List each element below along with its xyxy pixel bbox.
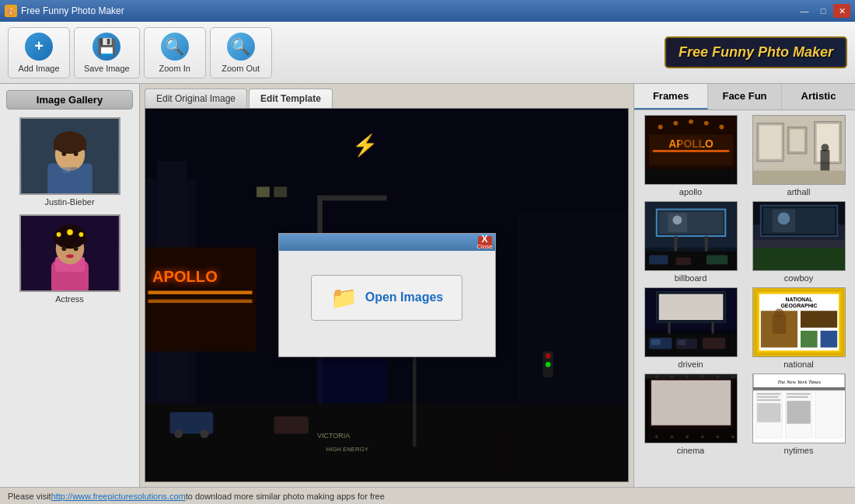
- title-bar: 🎨 Free Funny Photo Maker — □ ✕: [0, 0, 855, 22]
- svg-point-16: [79, 232, 83, 237]
- frame-item-apollo[interactable]: APOLLO apollo: [639, 115, 742, 196]
- svg-rect-90: [753, 248, 845, 271]
- status-text-after: to download more similar photo making ap…: [186, 492, 385, 501]
- frame-thumb-nytimes: The New York Times: [752, 374, 846, 443]
- svg-point-77: [672, 215, 682, 224]
- canvas-area: APOLLO HAL KING APOLLO: [145, 108, 629, 482]
- dialog-content: 📁 Open Images: [279, 251, 495, 344]
- svg-rect-125: [645, 429, 737, 443]
- zoom-in-icon: 🔍: [161, 33, 189, 61]
- svg-point-58: [703, 121, 708, 126]
- main-layout: Image Gallery: [0, 84, 855, 487]
- frame-item-arthall[interactable]: arthall: [747, 115, 850, 196]
- frame-item-billboard[interactable]: billboard: [639, 201, 742, 283]
- svg-rect-7: [62, 167, 70, 173]
- svg-text:NATIONAL: NATIONAL: [785, 297, 812, 302]
- title-bar-buttons: — □ ✕: [796, 4, 850, 18]
- status-link[interactable]: http://www.freepicturesolutions.com: [51, 492, 186, 501]
- frame-item-nytimes[interactable]: The New York Times: [747, 374, 850, 455]
- frame-label-nytimes: nytimes: [784, 446, 814, 455]
- close-button[interactable]: ✕: [833, 4, 850, 18]
- svg-point-124: [731, 375, 735, 378]
- svg-rect-78: [674, 236, 677, 252]
- zoom-out-button[interactable]: 🔍 Zoom Out: [210, 27, 272, 78]
- frame-thumb-drivein: [644, 287, 738, 357]
- svg-point-122: [700, 375, 703, 378]
- app-logo: Free Funny Phto Maker: [665, 36, 847, 68]
- svg-point-126: [654, 435, 658, 438]
- frames-grid: APOLLO apollo: [634, 110, 855, 487]
- svg-rect-101: [702, 338, 725, 349]
- tabs-bar: Edit Original Image Edit Template: [140, 84, 633, 108]
- svg-point-18: [73, 246, 78, 251]
- frame-thumb-billboard: [644, 201, 738, 271]
- svg-rect-136: [753, 389, 845, 390]
- add-image-label: Add Image: [18, 64, 59, 73]
- gallery-label-actress: Actress: [6, 294, 133, 304]
- zoom-in-button[interactable]: 🔍 Zoom In: [144, 27, 206, 78]
- minimize-button[interactable]: —: [796, 4, 813, 18]
- dialog-close-button[interactable]: X Close: [478, 236, 492, 249]
- frame-item-cowboy[interactable]: cowboy: [747, 201, 850, 283]
- svg-rect-96: [668, 322, 670, 334]
- frame-label-apollo: apollo: [679, 187, 702, 196]
- frame-item-national[interactable]: NATIONAL GEOGRAPHIC national: [747, 287, 850, 369]
- tab-frames[interactable]: Frames: [634, 84, 708, 109]
- tab-face-fun[interactable]: Face Fun: [708, 84, 782, 109]
- svg-rect-143: [787, 393, 810, 395]
- frame-item-cinema[interactable]: cinema: [639, 374, 742, 455]
- open-images-button[interactable]: 📁 Open Images: [311, 275, 462, 321]
- svg-point-6: [73, 151, 78, 156]
- center-panel: Edit Original Image Edit Template APOLLO: [140, 84, 633, 487]
- svg-point-17: [61, 246, 66, 251]
- frame-thumb-apollo: APOLLO: [644, 115, 738, 185]
- svg-point-59: [719, 125, 724, 130]
- svg-point-119: [654, 375, 658, 378]
- zoom-in-label: Zoom In: [159, 64, 190, 73]
- save-image-button[interactable]: 💾 Save Image: [74, 27, 140, 78]
- dialog-overlay: X Close 📁 Open Images: [145, 109, 628, 481]
- svg-point-55: [658, 125, 662, 130]
- toolbar: + Add Image 💾 Save Image 🔍 Zoom In 🔍 Zoo…: [0, 22, 855, 84]
- svg-rect-83: [706, 255, 728, 265]
- svg-rect-135: [753, 388, 845, 388]
- svg-rect-103: [678, 340, 686, 346]
- add-image-button[interactable]: + Add Image: [8, 27, 70, 78]
- frame-label-cinema: cinema: [677, 446, 704, 455]
- svg-point-14: [56, 232, 61, 237]
- svg-point-89: [777, 213, 790, 225]
- frame-label-arthall: arthall: [787, 187, 811, 196]
- svg-point-56: [673, 121, 678, 126]
- gallery-thumb-bieber: [19, 117, 120, 195]
- title-bar-left: 🎨 Free Funny Photo Maker: [5, 5, 124, 17]
- folder-icon: 📁: [330, 285, 358, 311]
- gallery-item-actress[interactable]: Actress: [6, 214, 133, 304]
- svg-point-13: [53, 225, 86, 249]
- dialog-titlebar: X Close: [279, 234, 495, 251]
- maximize-button[interactable]: □: [815, 4, 832, 18]
- tab-edit-template[interactable]: Edit Template: [249, 89, 333, 108]
- zoom-out-icon: 🔍: [227, 33, 255, 61]
- svg-rect-141: [756, 396, 778, 398]
- svg-point-131: [731, 435, 735, 438]
- svg-point-123: [716, 375, 719, 378]
- svg-rect-111: [800, 331, 817, 348]
- gallery-item-bieber[interactable]: Justin-Bieber: [6, 117, 133, 207]
- svg-point-5: [61, 151, 66, 156]
- tab-artistic[interactable]: Artistic: [782, 84, 855, 109]
- frame-label-national: national: [783, 360, 814, 369]
- svg-point-70: [821, 144, 829, 151]
- svg-rect-142: [756, 399, 780, 401]
- svg-point-128: [686, 435, 689, 438]
- frame-item-drivein[interactable]: drivein: [639, 287, 742, 369]
- svg-rect-146: [787, 401, 810, 424]
- frame-thumb-arthall: [752, 115, 846, 185]
- app-icon: 🎨: [5, 5, 17, 17]
- status-text-before: Please visit: [8, 492, 51, 501]
- save-image-icon: 💾: [92, 33, 120, 61]
- save-image-label: Save Image: [84, 64, 130, 73]
- tab-edit-original[interactable]: Edit Original Image: [145, 89, 247, 108]
- open-images-dialog: X Close 📁 Open Images: [278, 233, 496, 357]
- frame-thumb-national: NATIONAL GEOGRAPHIC: [752, 287, 846, 357]
- svg-rect-69: [820, 150, 829, 173]
